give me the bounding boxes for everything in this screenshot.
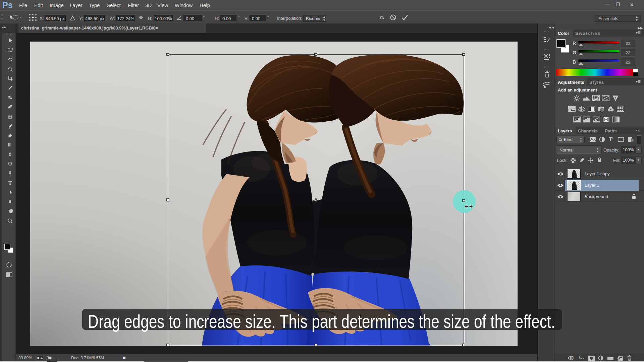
svg-text:T: T bbox=[8, 180, 12, 186]
